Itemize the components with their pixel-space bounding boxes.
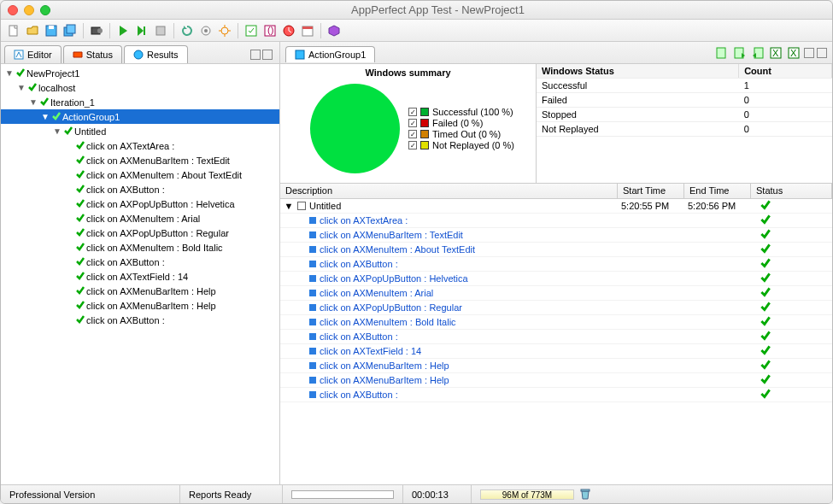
bullet-icon xyxy=(309,333,316,340)
svg-rect-19 xyxy=(296,50,304,59)
tab-editor-label: Editor xyxy=(27,50,52,60)
svg-text:X: X xyxy=(790,48,797,58)
run-icon[interactable] xyxy=(115,23,131,38)
tree-host[interactable]: ▼localhost xyxy=(1,80,279,95)
maximize-pane-icon[interactable] xyxy=(262,50,273,60)
tree-action[interactable]: click on AXButton : xyxy=(1,255,279,269)
svg-rect-2 xyxy=(49,26,54,29)
detail-row[interactable]: click on AXButton : xyxy=(280,330,832,344)
detail-row[interactable]: click on AXMenuBarItem : Help xyxy=(280,373,832,388)
svg-text:X: X xyxy=(772,48,779,58)
bullet-icon xyxy=(309,217,316,224)
hdr-end: End Time xyxy=(684,184,751,198)
detail-table[interactable]: ▼Untitled 5:20:55 PM 5:20:56 PM click on… xyxy=(280,199,832,484)
detail-row[interactable]: click on AXTextArea : xyxy=(280,214,832,228)
stats-hdr-count: Count xyxy=(739,64,832,79)
refresh-icon[interactable] xyxy=(179,23,195,38)
save-icon[interactable] xyxy=(44,23,59,38)
bullet-icon xyxy=(309,275,316,282)
settings-icon[interactable] xyxy=(217,23,232,38)
detail-row[interactable]: click on AXPopUpButton : Regular xyxy=(280,301,832,315)
left-panel: Editor Status Results ▼NewProject1 ▼loca… xyxy=(1,42,280,484)
export-icon[interactable] xyxy=(714,45,730,61)
tree-action[interactable]: click on AXTextField : 14 xyxy=(1,269,279,284)
detail-row[interactable]: click on AXTextField : 14 xyxy=(280,344,832,359)
detail-parent-row[interactable]: ▼Untitled 5:20:55 PM 5:20:56 PM xyxy=(280,199,832,214)
svg-text:(): () xyxy=(267,25,273,35)
tree-action[interactable]: click on AXPopUpButton : Helvetica xyxy=(1,196,279,211)
tree-action[interactable]: click on AXMenuItem : About TextEdit xyxy=(1,167,279,182)
tree-group[interactable]: ▼ActionGroup1 xyxy=(1,109,279,124)
window-title: AppPerfect App Test - NewProject1 xyxy=(50,3,825,16)
right-tab[interactable]: ActionGroup1 xyxy=(285,46,375,62)
save-all-icon[interactable] xyxy=(62,23,78,38)
pkg-icon[interactable] xyxy=(326,23,342,38)
tree-untitled[interactable]: ▼Untitled xyxy=(1,124,279,138)
tab-results[interactable]: Results xyxy=(124,45,188,63)
tree-action[interactable]: click on AXMenuItem : Arial xyxy=(1,211,279,226)
detail-row[interactable]: click on AXButton : xyxy=(280,388,832,402)
svg-rect-4 xyxy=(67,25,75,33)
min-right-icon[interactable] xyxy=(804,48,814,58)
record-icon[interactable] xyxy=(89,23,104,38)
tree-action[interactable]: click on AXMenuBarItem : Help xyxy=(1,284,279,298)
detail-row[interactable]: click on AXMenuItem : Bold Italic xyxy=(280,315,832,330)
svg-point-6 xyxy=(97,28,103,33)
param-icon[interactable]: () xyxy=(262,23,278,38)
calendar-icon[interactable] xyxy=(300,23,315,38)
stats-table: Windows StatusCount Successful1Failed0St… xyxy=(537,64,832,183)
bullet-icon xyxy=(309,246,316,253)
detail-row[interactable]: click on AXMenuItem : About TextEdit xyxy=(280,243,832,257)
run-config-icon[interactable] xyxy=(134,23,150,38)
reports-label: Reports Ready xyxy=(180,485,283,503)
open-icon[interactable] xyxy=(25,23,40,38)
tree-action[interactable]: click on AXPopUpButton : Regular xyxy=(1,226,279,240)
svg-point-10 xyxy=(221,27,228,34)
tree-action[interactable]: click on AXButton : xyxy=(1,182,279,196)
stop-icon[interactable] xyxy=(153,23,168,38)
tree-action[interactable]: click on AXMenuItem : Bold Italic xyxy=(1,240,279,255)
detail-row[interactable]: click on AXMenuBarItem : TextEdit xyxy=(280,228,832,243)
import-icon[interactable] xyxy=(750,45,766,61)
tool1-icon[interactable] xyxy=(198,23,214,38)
detail-row[interactable]: click on AXButton : xyxy=(280,257,832,272)
svg-rect-16 xyxy=(302,26,313,29)
clock-icon[interactable] xyxy=(281,23,296,38)
progress-cell xyxy=(283,485,403,503)
tree-action[interactable]: click on AXMenuBarItem : TextEdit xyxy=(1,153,279,167)
trash-icon[interactable] xyxy=(579,488,591,501)
svg-rect-0 xyxy=(9,26,17,36)
pie-chart xyxy=(310,84,400,173)
bullet-icon xyxy=(309,362,316,369)
summary-row: Windows summary ✓Successful (100 %)✓Fail… xyxy=(280,64,832,184)
excel-icon[interactable]: X xyxy=(768,45,783,61)
svg-point-9 xyxy=(204,29,208,32)
zoom-window-button[interactable] xyxy=(40,5,50,15)
close-window-button[interactable] xyxy=(8,5,18,15)
hdr-description: Description xyxy=(280,184,618,198)
tree-iteration[interactable]: ▼Iteration_1 xyxy=(1,95,279,109)
edit-icon[interactable] xyxy=(243,23,259,38)
bullet-icon xyxy=(309,391,316,398)
detail-row[interactable]: click on AXMenuBarItem : Help xyxy=(280,359,832,373)
tab-results-label: Results xyxy=(147,50,179,60)
new-icon[interactable] xyxy=(6,23,21,38)
chart-title: Windows summary xyxy=(365,67,450,78)
export2-icon[interactable] xyxy=(732,45,748,61)
chart-box: Windows summary ✓Successful (100 %)✓Fail… xyxy=(280,64,537,183)
tree-action[interactable]: click on AXButton : xyxy=(1,313,279,327)
results-tree[interactable]: ▼NewProject1 ▼localhost ▼Iteration_1 ▼Ac… xyxy=(1,64,279,484)
edition-label: Professional Version xyxy=(1,485,180,503)
tree-root[interactable]: ▼NewProject1 xyxy=(1,66,279,80)
tree-action[interactable]: click on AXMenuBarItem : Help xyxy=(1,298,279,313)
detail-row[interactable]: click on AXPopUpButton : Helvetica xyxy=(280,272,832,286)
bullet-icon xyxy=(309,304,316,311)
tab-status[interactable]: Status xyxy=(63,45,122,63)
max-right-icon[interactable] xyxy=(817,48,827,58)
tree-action[interactable]: click on AXTextArea : xyxy=(1,138,279,153)
minimize-window-button[interactable] xyxy=(24,5,34,15)
detail-row[interactable]: click on AXMenuItem : Arial xyxy=(280,286,832,301)
tab-editor[interactable]: Editor xyxy=(4,45,62,63)
minimize-pane-icon[interactable] xyxy=(250,50,261,60)
excel2-icon[interactable]: X xyxy=(786,45,801,61)
